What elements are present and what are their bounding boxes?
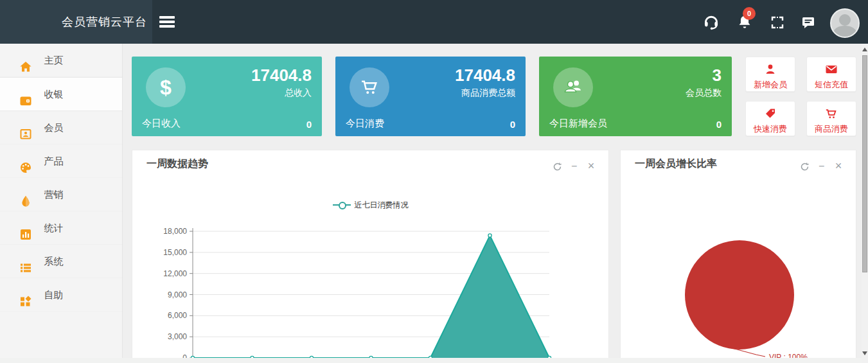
sidebar-item-label: 营销 [44,178,63,211]
user-avatar[interactable] [830,8,860,38]
envelope-icon [825,68,838,78]
button-label: 短信充值 [811,79,852,91]
stat-value-label: 会员总数 [686,87,722,99]
svg-text:18,000: 18,000 [163,227,187,236]
person-add-icon [764,68,777,78]
sidebar-item-label: 系统 [44,245,63,278]
messages-chat-icon[interactable] [801,15,819,33]
sidebar-item-statistics[interactable]: 统计 [0,211,122,245]
wallet-icon [19,87,32,100]
sidebar-nav: 主页 收银 会员 产品 营销 [0,44,123,363]
refresh-icon[interactable] [550,161,564,172]
blocks-icon [19,288,32,301]
goods-consume-button[interactable]: 商品消费 [806,101,856,136]
sidebar-item-system[interactable]: 系统 [0,245,122,278]
app-window: 会员营销云平台 0 主页 [0,0,868,363]
member-card-icon [19,121,32,134]
add-member-button[interactable]: 新增会员 [745,57,795,92]
svg-text:6,000: 6,000 [168,311,187,320]
sidebar-item-label: 自助 [44,278,63,311]
cart-icon [350,67,389,107]
scroll-up-arrow-icon[interactable] [862,48,867,51]
sidebar-item-selfservice[interactable]: 自助 [0,278,122,312]
home-icon [19,53,32,66]
brand-block: 会员营销云平台 [0,0,152,44]
stat-footer-value: 0 [716,119,722,130]
stat-value-label: 总收入 [285,87,312,99]
svg-text:3,000: 3,000 [168,332,187,341]
legend-label: 近七日消费情况 [355,200,409,211]
sidebar-item-members[interactable]: 会员 [0,111,122,145]
stat-footer-label: 今日收入 [142,118,181,130]
stat-card-consumption: 17404.8 商品消费总额 今日消费 0 [335,57,526,136]
horizontal-scrollbar-track[interactable] [0,358,868,363]
fullscreen-icon[interactable] [770,15,788,33]
quick-consume-button[interactable]: 快速消费 [745,101,795,136]
users-icon [553,67,593,107]
dollar-icon: $ [146,67,186,107]
sidebar-item-label: 主页 [44,44,63,76]
stat-value: 17404.8 [251,66,312,85]
stat-value-label: 商品消费总额 [461,87,515,99]
button-label: 新增会员 [750,79,791,91]
stat-footer-value: 0 [306,119,312,130]
menu-icon[interactable] [159,16,176,29]
scrollbar-thumb[interactable] [862,55,867,272]
svg-text:15,000: 15,000 [163,248,187,257]
stat-footer-label: 今日消费 [346,118,384,130]
stat-card-members: 3 会员总数 今日新增会员 0 [539,57,732,136]
tag-icon [764,112,777,122]
minimize-icon[interactable]: − [567,161,581,172]
stat-card-income: $ 17404.8 总收入 今日收入 0 [132,57,322,136]
member-growth-pie-chart: VIP : 100% [620,150,856,363]
scroll-down-arrow-icon[interactable] [862,351,867,355]
stat-footer-value: 0 [510,119,515,130]
sidebar-item-products[interactable]: 产品 [0,145,122,178]
avatar-person-icon [839,14,851,26]
palette-icon [19,154,32,167]
sidebar-item-home[interactable]: 主页 [0,44,122,77]
bar-chart-icon [19,221,32,234]
notification-badge: 0 [743,7,756,20]
vertical-scrollbar[interactable] [862,44,868,363]
svg-text:9,000: 9,000 [168,290,187,299]
button-label: 快速消费 [750,123,791,135]
cart-icon [825,112,838,122]
stat-value: 17404.8 [455,66,515,85]
top-navbar: 会员营销云平台 0 [0,0,868,44]
panel-tools: − × [550,159,598,173]
sidebar-item-marketing[interactable]: 营销 [0,178,122,211]
chart-legend: 近七日消费情况 [132,199,609,211]
sms-recharge-button[interactable]: 短信充值 [806,57,856,92]
stat-value: 3 [713,66,722,85]
sidebar-item-label: 产品 [44,145,63,177]
sidebar-item-label: 会员 [44,111,63,144]
support-headset-icon[interactable] [702,13,720,31]
close-icon[interactable]: × [584,159,598,173]
pie-slice-vip[interactable] [685,240,794,350]
trend-area-chart: 18,00015,00012,0009,0006,0003,0000 [151,225,601,363]
list-icon [19,254,32,267]
line-series-icon [333,202,351,208]
sidebar-item-label: 收银 [44,78,63,111]
legend-item[interactable]: 近七日消费情况 [333,200,409,211]
panel-title: 一周数据趋势 [146,157,208,171]
droplet-icon [19,188,32,200]
sidebar-item-cashier[interactable]: 收银 [0,77,122,111]
stat-footer-label: 今日新增会员 [549,118,607,130]
sidebar-item-label: 统计 [44,211,63,244]
svg-text:12,000: 12,000 [163,269,187,278]
app-title: 会员营销云平台 [62,0,147,44]
button-label: 商品消费 [811,123,852,135]
